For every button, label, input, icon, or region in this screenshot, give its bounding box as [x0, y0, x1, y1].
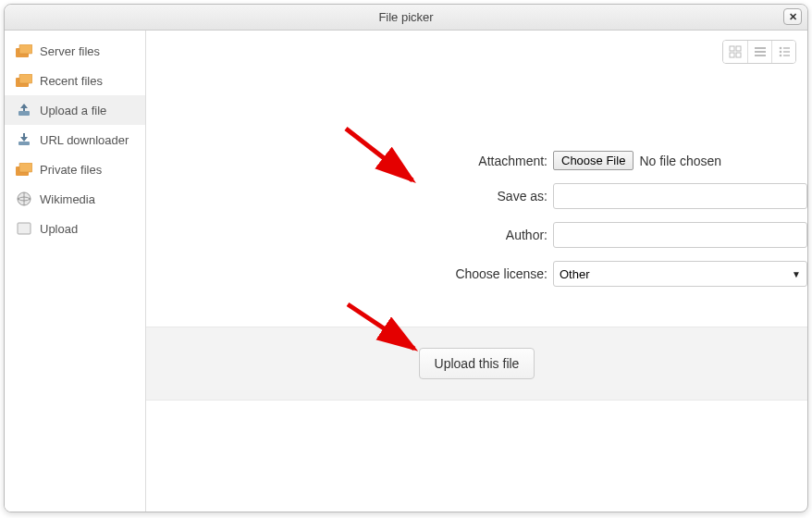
- upload-icon: [16, 103, 32, 117]
- author-label: Author:: [146, 228, 553, 242]
- svg-rect-10: [730, 46, 734, 51]
- view-details-button[interactable]: [771, 41, 795, 63]
- list-icon: [754, 45, 767, 58]
- sidebar-item-recent-files[interactable]: Recent files: [5, 66, 145, 95]
- no-file-text: No file chosen: [639, 154, 721, 168]
- attachment-label: Attachment:: [146, 154, 553, 168]
- sidebar-item-label: Recent files: [40, 74, 103, 88]
- svg-rect-1: [19, 44, 32, 54]
- license-row: Choose license: Other ▼: [146, 261, 807, 287]
- files-icon: [16, 73, 32, 88]
- sidebar-item-url-downloader[interactable]: URL downloader: [5, 125, 145, 154]
- svg-rect-7: [19, 163, 32, 172]
- svg-rect-13: [736, 53, 741, 57]
- sidebar-item-server-files[interactable]: Server files: [5, 36, 145, 66]
- view-toggle: [722, 40, 796, 64]
- svg-rect-12: [730, 53, 734, 57]
- sidebar-item-label: Upload: [40, 222, 78, 236]
- license-select[interactable]: Other ▼: [553, 261, 807, 287]
- svg-point-19: [779, 51, 781, 54]
- author-row: Author:: [146, 222, 807, 248]
- view-icons-button[interactable]: [723, 41, 747, 63]
- sidebar-item-upload[interactable]: Upload: [5, 214, 145, 243]
- dialog-body: Server files Recent files Upload a file …: [5, 31, 807, 512]
- sidebar-item-label: Private files: [40, 163, 102, 177]
- grid-icon: [729, 45, 742, 58]
- sidebar-item-wikimedia[interactable]: Wikimedia: [5, 184, 145, 214]
- choose-file-button[interactable]: Choose File: [553, 151, 634, 170]
- titlebar: File picker ✕: [5, 5, 807, 31]
- attachment-row: Attachment: Choose File No file chosen: [146, 151, 807, 170]
- files-icon: [16, 43, 32, 58]
- save-as-input[interactable]: [553, 183, 807, 209]
- dialog-title: File picker: [378, 10, 433, 24]
- main-panel: Attachment: Choose File No file chosen S…: [146, 31, 807, 512]
- author-input[interactable]: [553, 222, 807, 248]
- submit-bar: Upload this file: [146, 327, 807, 401]
- svg-rect-5: [18, 142, 30, 145]
- sidebar-item-upload-file[interactable]: Upload a file: [5, 95, 145, 125]
- license-value: Other: [560, 267, 590, 281]
- svg-rect-3: [19, 74, 32, 83]
- save-as-row: Save as:: [146, 183, 807, 209]
- save-as-label: Save as:: [146, 189, 553, 204]
- svg-rect-11: [736, 46, 741, 51]
- svg-rect-9: [18, 223, 31, 234]
- close-button[interactable]: ✕: [783, 8, 802, 25]
- sidebar-item-label: URL downloader: [40, 133, 129, 147]
- svg-rect-4: [18, 111, 30, 116]
- close-icon: ✕: [789, 11, 797, 23]
- svg-point-21: [779, 55, 781, 57]
- files-icon: [16, 162, 32, 177]
- license-label: Choose license:: [146, 266, 553, 281]
- details-icon: [778, 45, 791, 58]
- sidebar: Server files Recent files Upload a file …: [5, 31, 146, 512]
- sidebar-item-label: Server files: [40, 44, 100, 58]
- chevron-down-icon: ▼: [792, 269, 801, 279]
- box-icon: [16, 221, 32, 236]
- view-list-button[interactable]: [747, 41, 771, 63]
- sidebar-item-label: Upload a file: [40, 104, 106, 117]
- file-picker-dialog: File picker ✕ Server files Recent files: [4, 4, 808, 512]
- upload-this-file-button[interactable]: Upload this file: [419, 348, 535, 379]
- sidebar-item-private-files[interactable]: Private files: [5, 154, 145, 184]
- globe-icon: [16, 191, 32, 206]
- upload-form: Attachment: Choose File No file chosen S…: [146, 31, 807, 327]
- svg-point-17: [779, 47, 781, 50]
- sidebar-item-label: Wikimedia: [40, 192, 95, 206]
- download-icon: [16, 132, 32, 147]
- spacer: [146, 401, 807, 512]
